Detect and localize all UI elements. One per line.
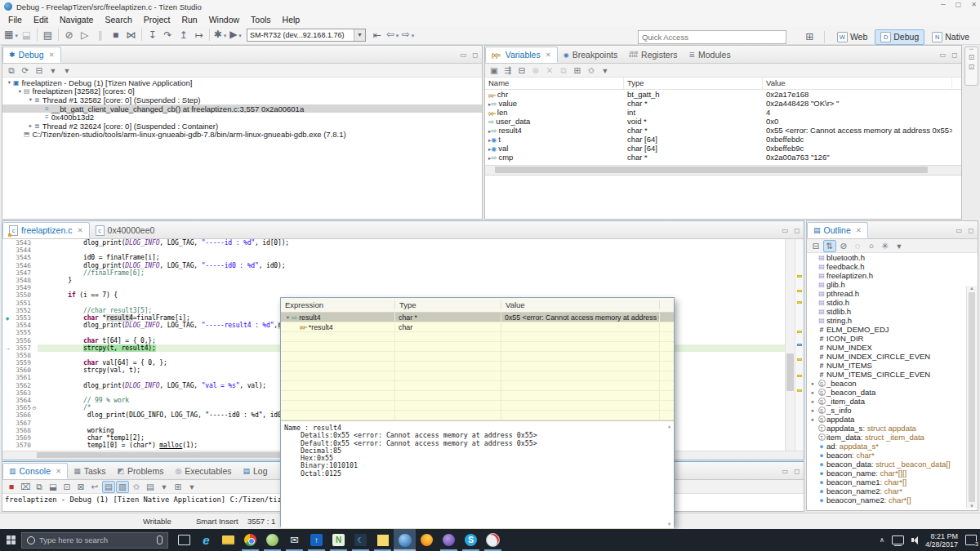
start-button[interactable] [0, 529, 21, 551]
maximize-view-icon[interactable]: ◻ [794, 226, 800, 234]
popup-expression-row[interactable] [281, 391, 674, 401]
occurrence-ruler-mark[interactable] [797, 331, 802, 333]
hide-static-icon[interactable]: ◌ [851, 240, 864, 252]
popup-expression-row[interactable] [281, 381, 674, 391]
view-menu-menu-icon[interactable]: ▾ [60, 64, 74, 77]
step-over-icon[interactable]: ↷ [160, 26, 176, 44]
forward-icon[interactable]: ⇨ ▾ [400, 25, 416, 45]
variables-detail-pane[interactable] [485, 175, 961, 219]
open-perspective-icon[interactable]: ⊞ [802, 28, 817, 46]
debug-tree-item[interactable]: ▸≣Thread #2 32624 [core: 0] (Suspended :… [2, 122, 482, 131]
debug-tree-item[interactable]: ▾≣Thread #1 32582 [core: 0] (Suspended :… [2, 96, 482, 104]
close-icon[interactable]: ✕ [546, 51, 551, 59]
variable-row[interactable]: ⇨user_datavoid *0x0 [485, 117, 961, 126]
outline-item[interactable]: ▤feedback.h [807, 262, 978, 271]
occurrence-ruler-mark[interactable] [797, 358, 802, 361]
popup-expression-row[interactable] [281, 352, 674, 362]
maximize-view-icon[interactable]: ◻ [794, 467, 800, 475]
perspective-debug[interactable]: DDebug [875, 29, 924, 45]
debug-tree-item[interactable]: ≡0x400b13d2 [2, 113, 482, 122]
display-selected-menu-icon[interactable]: ▾ [158, 481, 171, 493]
outline-item[interactable]: ▸S_beacon [807, 379, 978, 388]
tab-log[interactable]: ▤Log [237, 463, 273, 479]
outline-item[interactable]: ●beacon_name : char*[][] [807, 469, 978, 478]
restore-panel-icon[interactable]: ⊡ [969, 53, 975, 61]
drag-handle[interactable]: ••• [969, 47, 973, 51]
menu-window[interactable]: Window [203, 15, 245, 24]
collapse-all-icon[interactable]: ⊟ [809, 240, 822, 252]
minimize-icon[interactable]: ─ [941, 1, 946, 8]
outline-item[interactable]: ●beacon_name2 : char* [807, 487, 978, 495]
editor-tab-freelaptizen-c[interactable]: cfreelaptizen.c✕ [2, 222, 90, 238]
remove-launch-icon[interactable]: ⌧ [19, 481, 32, 493]
pin-icon[interactable]: ✩ [130, 481, 143, 493]
tab-executables[interactable]: ◎Executables [169, 463, 237, 479]
save-icon[interactable]: ⬓ [19, 26, 34, 44]
tab-variables[interactable]: (x)=Variables✕ [485, 47, 558, 63]
outline-item[interactable]: ●beaocon_name2 : char*[] [807, 495, 978, 504]
menu-tools[interactable]: Tools [245, 15, 277, 24]
outline-item[interactable]: ▤stdio.h [807, 298, 978, 307]
show-type-names-icon[interactable]: ▣ [488, 64, 501, 77]
view-menu-icon[interactable]: ▾ [893, 240, 906, 252]
outline-item[interactable]: ●beacon_name1 : char*[] [807, 478, 978, 487]
taskbar-app-paint[interactable] [482, 529, 504, 551]
notification-center-icon[interactable]: 3 [965, 535, 977, 545]
variable-row[interactable]: ▸◉valchar [64]0xbeffeb9c [485, 144, 961, 153]
column-header-type[interactable]: Type [624, 78, 763, 89]
build-icon[interactable]: ▤ [40, 26, 56, 44]
minimize-view-icon[interactable]: ▭ [782, 467, 788, 475]
maximize-view-icon[interactable]: ◻ [472, 51, 478, 59]
taskbar-app-purple-app[interactable] [438, 529, 460, 551]
expander-icon[interactable]: ▸ [809, 389, 817, 396]
outline-item[interactable]: ▸Sappdata [807, 415, 978, 424]
outline-item[interactable]: #NUM_ITEMS_CIRCLE_EVEN [807, 370, 978, 379]
occurrence-ruler-mark[interactable] [797, 275, 802, 278]
popup-detail-pane[interactable]: Name : result4 Details:0x55 <error: Cann… [281, 420, 674, 528]
outline-item[interactable]: #ELM_DEMO_EDJ [807, 325, 978, 334]
tab-problems[interactable]: ◩Problems [112, 463, 170, 479]
outline-item[interactable]: #NUM_INDEX_CIRCLE_EVEN [807, 352, 978, 361]
tray-expand-icon[interactable]: ∧ [880, 536, 884, 544]
expander-icon[interactable]: ▸ [809, 398, 817, 405]
close-icon[interactable]: ✕ [49, 51, 55, 59]
occurrence-ruler-mark[interactable] [797, 375, 802, 377]
scroll-on-output-icon[interactable]: ▤ [102, 481, 115, 493]
occurrence-ruler-mark[interactable] [797, 389, 802, 392]
maximize-view-icon[interactable]: ◻ [968, 226, 973, 234]
menu-navigate[interactable]: Navigate [54, 15, 99, 24]
show-logical-structure-icon[interactable]: ⇶ [501, 64, 514, 77]
outline-item[interactable]: ▸S_item_data [807, 397, 978, 406]
quick-access-input[interactable] [638, 30, 786, 44]
outline-item[interactable]: ●beacon : char* [807, 451, 978, 460]
debug-tree-item[interactable]: ▾▣freelaptizen - Debug (1) [Tizen Native… [2, 78, 482, 87]
debug-tree-item[interactable]: ≡__bt_gatt_client_value_changed_cb() at … [2, 104, 482, 113]
taskbar-app-firefox[interactable] [416, 529, 438, 551]
taskbar-app-ide-dark[interactable]: ☾ [350, 529, 372, 551]
taskbar-app-edge[interactable]: e [195, 529, 217, 551]
outline-item[interactable]: Tappdata_s : struct appdata [807, 424, 978, 433]
taskbar-app-uploader[interactable]: ↑ [305, 529, 327, 551]
outline-item[interactable]: ▸S_beacon_data [807, 388, 978, 397]
column-header-name[interactable]: Name [485, 78, 624, 89]
open-console-menu-icon[interactable]: ▾ [185, 481, 198, 493]
maximize-icon[interactable]: ▢ [956, 1, 962, 8]
expander-icon[interactable]: ▾ [27, 96, 34, 103]
menu-file[interactable]: File [2, 15, 28, 24]
volume-icon[interactable] [911, 536, 918, 544]
skip-all-breakpoints-icon[interactable]: ⊘ [61, 26, 77, 44]
minimize-view-icon[interactable]: ▭ [939, 51, 946, 59]
outline-item[interactable]: #NUM_ITEMS [807, 361, 978, 370]
minimize-view-icon[interactable]: ▭ [956, 226, 962, 234]
view-menu-icon[interactable]: ▾ [599, 64, 612, 77]
editor-tab-0x40000ee0[interactable]: c0x40000ee0 [90, 222, 161, 238]
run-icon[interactable]: ▶ ▾ [228, 25, 243, 45]
outline-item[interactable]: ▤pthread.h [807, 289, 978, 298]
outline-item[interactable]: ●ad : appdata_s* [807, 442, 978, 451]
hide-fields-icon[interactable]: ⊘ [837, 240, 850, 252]
expander-icon[interactable]: ▾ [16, 88, 24, 95]
perspective-web[interactable]: WWeb [831, 29, 873, 45]
close-icon[interactable]: ✕ [856, 226, 862, 234]
restore-panel-2-icon[interactable]: ⊡ [969, 63, 975, 71]
occurrence-ruler-mark[interactable] [797, 290, 802, 292]
